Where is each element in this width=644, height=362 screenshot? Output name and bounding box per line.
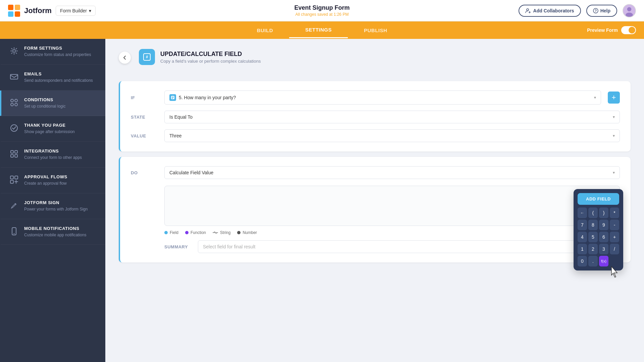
calculator-grid: ← ( ) * 7 8 9 - 4 5 6 + 1 2 3 bbox=[578, 207, 619, 266]
calc-decimal-button[interactable]: . bbox=[588, 256, 598, 266]
tab-build[interactable]: BUILD bbox=[241, 23, 289, 38]
do-label: DO bbox=[131, 170, 158, 175]
calc-close-paren-button[interactable]: ) bbox=[599, 207, 608, 218]
svg-point-10 bbox=[627, 7, 632, 11]
nav-bar: BUILD SETTINGS PUBLISH Preview Form bbox=[0, 21, 644, 39]
summary-placeholder: Select field for final result bbox=[203, 244, 255, 249]
jotform-logo-icon bbox=[8, 5, 20, 17]
if-row: IF 5. How many in your party? bbox=[131, 90, 620, 105]
help-button[interactable]: ? Help bbox=[586, 5, 617, 17]
calc-0-button[interactable]: 0 bbox=[578, 256, 587, 266]
svg-rect-1 bbox=[15, 5, 20, 10]
sidebar-thankyou-title: THANK YOU PAGE bbox=[24, 123, 75, 128]
svg-point-18 bbox=[11, 125, 17, 131]
mobile-icon bbox=[9, 227, 19, 236]
legend-number: Number bbox=[237, 230, 257, 235]
legend-area: Field Function String bbox=[164, 230, 620, 235]
add-field-button[interactable]: ADD FIELD bbox=[578, 193, 619, 205]
tab-settings[interactable]: SETTINGS bbox=[289, 22, 348, 38]
content-area: # UPDATE/CALCULATE FIELD Copy a field's … bbox=[105, 39, 644, 362]
field-type-icon bbox=[169, 94, 176, 101]
value-row: VALUE Three ▾ bbox=[131, 129, 620, 142]
logo-text: Jotform bbox=[24, 6, 52, 15]
calculation-expression-area[interactable] bbox=[164, 186, 620, 226]
avatar[interactable] bbox=[623, 4, 636, 17]
sidebar-item-form-settings[interactable]: FORM SETTINGS Customize form status and … bbox=[0, 39, 105, 65]
svg-point-27 bbox=[14, 233, 15, 234]
string-line-icon bbox=[213, 232, 218, 233]
back-arrow-icon bbox=[122, 55, 127, 60]
question-icon: ? bbox=[593, 8, 598, 13]
calculator-popup: ADD FIELD ← ( ) * 7 8 9 - 4 5 6 + bbox=[574, 189, 623, 270]
do-action-select[interactable]: Calculate Field Value ▾ bbox=[164, 166, 620, 179]
calc-backspace-button[interactable]: ← bbox=[578, 207, 587, 218]
sidebar-item-conditions[interactable]: CONDITIONS Set up conditional logic bbox=[0, 90, 105, 116]
sidebar-item-emails[interactable]: EMAILS Send autoresponders and notificat… bbox=[0, 65, 105, 90]
summary-label: SUMMARY bbox=[164, 244, 191, 249]
calc-8-button[interactable]: 8 bbox=[588, 220, 598, 230]
calc-9-button[interactable]: 9 bbox=[599, 220, 608, 230]
sidebar-thankyou-desc: Show page after submission bbox=[24, 129, 75, 135]
sidebar-integrations-desc: Connect your form to other apps bbox=[24, 155, 82, 161]
svg-point-14 bbox=[11, 99, 13, 102]
sidebar-item-thank-you[interactable]: THANK YOU PAGE Show page after submissio… bbox=[0, 116, 105, 142]
value-select[interactable]: Three ▾ bbox=[164, 129, 620, 142]
field-dot bbox=[164, 231, 168, 234]
calc-divide-button[interactable]: / bbox=[610, 244, 619, 254]
sidebar-item-mobile-notifs[interactable]: MOBILE NOTIFICATIONS Customize mobile ap… bbox=[0, 219, 105, 245]
sidebar-form-settings-desc: Customize form status and properties bbox=[24, 52, 91, 58]
svg-rect-25 bbox=[10, 180, 13, 183]
legend-field: Field bbox=[164, 230, 178, 235]
calc-open-paren-button[interactable]: ( bbox=[588, 207, 598, 218]
conditions-icon bbox=[9, 98, 19, 107]
svg-point-15 bbox=[15, 103, 17, 106]
gear-icon bbox=[9, 46, 19, 56]
form-title: Event Signup Form bbox=[294, 4, 350, 11]
calc-minus-button[interactable]: - bbox=[610, 220, 619, 230]
preview-form-toggle[interactable]: Preview Form bbox=[587, 26, 636, 34]
number-dot bbox=[237, 231, 240, 234]
state-select[interactable]: Is Equal To ▾ bbox=[164, 111, 620, 123]
calc-3-button[interactable]: 3 bbox=[599, 244, 608, 254]
form-builder-button[interactable]: Form Builder ▾ bbox=[56, 6, 96, 16]
header: Jotform Form Builder ▾ Event Signup Form… bbox=[0, 0, 644, 21]
calc-5-button[interactable]: 5 bbox=[588, 232, 598, 242]
calc-multiply-button[interactable]: * bbox=[610, 207, 619, 218]
calculate-field-icon: # bbox=[139, 49, 155, 65]
calc-function-button[interactable]: f(x) bbox=[599, 256, 608, 266]
calc-6-button[interactable]: 6 bbox=[599, 232, 608, 242]
calc-4-button[interactable]: 4 bbox=[578, 232, 587, 242]
calc-7-button[interactable]: 7 bbox=[578, 220, 587, 230]
function-legend-label: Function bbox=[191, 230, 206, 235]
add-collaborators-button[interactable]: Add Collaborators bbox=[519, 5, 581, 17]
do-row: DO Calculate Field Value ▾ bbox=[131, 166, 620, 179]
tab-publish[interactable]: PUBLISH bbox=[348, 23, 403, 38]
summary-field-select[interactable]: Select field for final result ▾ bbox=[198, 240, 620, 253]
if-field-select[interactable]: 5. How many in your party? ▾ bbox=[164, 90, 601, 105]
email-icon bbox=[9, 72, 19, 81]
sidebar-item-integrations[interactable]: INTEGRATIONS Connect your form to other … bbox=[0, 142, 105, 168]
sidebar-item-approval-flows[interactable]: APPROVAL FLOWS Create an approval flow bbox=[0, 168, 105, 193]
summary-row: SUMMARY Select field for final result ▾ bbox=[164, 240, 620, 253]
sign-icon bbox=[9, 201, 19, 210]
sidebar-emails-desc: Send autoresponders and notifications bbox=[24, 78, 93, 83]
chevron-down-icon: ▾ bbox=[613, 170, 615, 175]
sidebar-mobile-desc: Customize mobile app notifications bbox=[24, 232, 86, 238]
preview-toggle-switch[interactable] bbox=[621, 26, 636, 34]
header-center: Event Signup Form All changes saved at 1… bbox=[294, 4, 350, 17]
value-field-value: Three bbox=[169, 133, 182, 138]
svg-rect-22 bbox=[15, 155, 17, 157]
calc-plus-button[interactable]: + bbox=[610, 232, 619, 242]
svg-point-12 bbox=[13, 50, 15, 52]
back-button[interactable] bbox=[119, 52, 131, 64]
sidebar-item-jotform-sign[interactable]: JOTFORM SIGN Power your forms with Jotfo… bbox=[0, 193, 105, 219]
svg-rect-3 bbox=[15, 11, 20, 17]
condition-card: IF 5. How many in your party? bbox=[119, 81, 631, 152]
calc-2-button[interactable]: 2 bbox=[588, 244, 598, 254]
person-add-icon bbox=[525, 8, 531, 13]
calc-1-button[interactable]: 1 bbox=[578, 244, 587, 254]
svg-rect-24 bbox=[15, 176, 18, 179]
state-label: STATE bbox=[131, 115, 158, 120]
add-condition-button[interactable]: + bbox=[608, 92, 620, 104]
sidebar: FORM SETTINGS Customize form status and … bbox=[0, 39, 105, 362]
